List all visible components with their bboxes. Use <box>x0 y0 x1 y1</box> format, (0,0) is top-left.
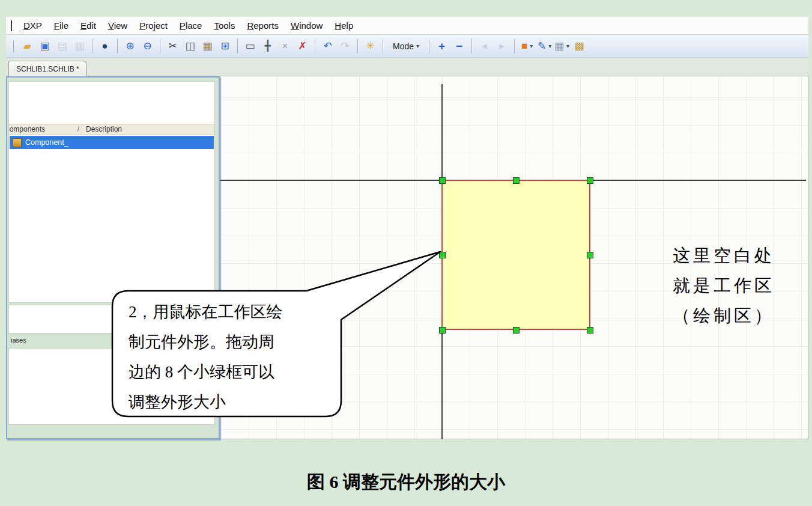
tab-strip: SCHLIB1.SCHLIB * <box>6 58 808 76</box>
toolbar: ▰▣▤▥●⊕⊖✂◫▦⊞▭╋×✗↶↷✳Mode▾+−◂▸■▾✎▾▦▾▩ <box>6 35 808 58</box>
help-advisor-glyph: ✳ <box>366 40 374 52</box>
redo-icon[interactable]: ↷ <box>337 38 353 54</box>
toolbar-separator <box>237 39 238 53</box>
mode-button[interactable]: Mode▾ <box>388 40 424 53</box>
menu-file[interactable]: File <box>49 19 74 32</box>
component-icon <box>13 138 22 147</box>
menubar-grip[interactable] <box>11 20 12 31</box>
remove-part-icon[interactable]: − <box>451 38 467 54</box>
model-tools-icon[interactable]: ■▾ <box>519 38 535 54</box>
ieee-symbols-icon[interactable]: ▦▾ <box>554 38 570 54</box>
browse-library-icon[interactable]: ● <box>97 38 113 54</box>
redo-glyph: ↷ <box>341 40 349 52</box>
menu-dxp[interactable]: DXP <box>18 19 47 32</box>
toolbar-grip[interactable] <box>11 40 14 52</box>
toolbar-separator <box>514 39 515 53</box>
remove-part-glyph: − <box>456 40 462 53</box>
toolbar-separator <box>471 39 472 53</box>
dropdown-arrow-icon: ▾ <box>530 43 533 49</box>
callout-text: 2，用鼠标在工作区绘 制元件外形。拖动周 边的 8 个小绿框可以 调整外形大小 <box>129 297 333 417</box>
resize-handle-e[interactable] <box>587 252 593 258</box>
page: DXPFileEditViewProjectPlaceToolsReportsW… <box>0 0 812 506</box>
components-column-header[interactable]: Components / <box>9 124 82 135</box>
zoom-in-glyph: ⊕ <box>126 40 134 52</box>
toolbar-separator <box>117 39 118 53</box>
add-part-icon[interactable]: + <box>434 38 450 54</box>
component-rectangle[interactable] <box>441 180 590 330</box>
drawing-tools-icon[interactable]: ✎▾ <box>536 38 553 54</box>
zoom-out-icon[interactable]: ⊖ <box>139 38 156 54</box>
print-preview-icon[interactable]: ▥ <box>71 38 88 54</box>
menu-project[interactable]: Project <box>134 19 173 32</box>
snapshot-glyph: ▩ <box>575 40 584 52</box>
menu-edit[interactable]: Edit <box>75 19 102 32</box>
help-advisor-icon[interactable]: ✳ <box>362 38 378 54</box>
place-pin-icon[interactable]: ╋ <box>259 38 276 54</box>
cross-probe-icon[interactable]: × <box>277 38 293 54</box>
tab-schlib1[interactable]: SCHLIB1.SCHLIB * <box>8 61 87 77</box>
copy-icon[interactable]: ◫ <box>182 38 198 54</box>
panel-section-label: iases <box>11 337 26 344</box>
ieee-symbols-glyph: ▦ <box>554 40 564 52</box>
toolbar-separator <box>429 39 429 53</box>
dropdown-arrow-icon: ▾ <box>566 43 569 49</box>
component-row-selected[interactable]: Component_ <box>10 136 214 149</box>
workspace-note: 这里空白处 就是工作区 （绘制区） <box>658 240 790 331</box>
previous-part-glyph: ◂ <box>482 40 487 52</box>
place-pin-glyph: ╋ <box>264 40 270 52</box>
copy-glyph: ◫ <box>185 40 195 52</box>
menu-window[interactable]: Window <box>285 19 328 32</box>
resize-handle-ne[interactable] <box>587 177 593 184</box>
paste-array-icon[interactable]: ⊞ <box>217 38 233 54</box>
zoom-out-glyph: ⊖ <box>143 40 151 52</box>
dropdown-arrow-icon: ▾ <box>548 43 551 49</box>
place-rectangle-glyph: ▭ <box>245 40 255 52</box>
open-icon[interactable]: ▰ <box>19 38 35 54</box>
place-rectangle-icon[interactable]: ▭ <box>242 38 258 54</box>
toolbar-separator <box>160 39 160 53</box>
paste-array-glyph: ⊞ <box>220 40 229 52</box>
open-glyph: ▰ <box>23 40 31 52</box>
delete-icon[interactable]: ✗ <box>294 38 311 54</box>
save-icon[interactable]: ▣ <box>37 38 53 54</box>
menubar-items: DXPFileEditViewProjectPlaceToolsReportsW… <box>18 19 360 32</box>
menu-view[interactable]: View <box>103 19 133 32</box>
previous-part-icon[interactable]: ◂ <box>476 38 492 54</box>
undo-glyph: ↶ <box>323 40 332 52</box>
save-glyph: ▣ <box>40 40 49 52</box>
print-preview-glyph: ▥ <box>74 40 84 52</box>
components-header-label: Components <box>9 125 45 134</box>
undo-icon[interactable]: ↶ <box>320 38 336 54</box>
description-column-header[interactable]: Description <box>82 124 214 135</box>
menu-place[interactable]: Place <box>174 19 208 32</box>
menu-help[interactable]: Help <box>329 19 359 32</box>
delete-glyph: ✗ <box>298 40 306 52</box>
toolbar-separator <box>357 39 358 53</box>
resize-handle-nw[interactable] <box>439 177 446 184</box>
mode-button-label: Mode <box>393 41 414 51</box>
paste-icon[interactable]: ▦ <box>199 38 216 54</box>
cut-icon[interactable]: ✂ <box>165 38 181 54</box>
zoom-in-icon[interactable]: ⊕ <box>122 38 138 54</box>
paste-glyph: ▦ <box>202 40 212 52</box>
snapshot-icon[interactable]: ▩ <box>571 38 587 54</box>
toolbar-separator <box>383 39 383 53</box>
browse-library-glyph: ● <box>102 40 108 52</box>
resize-handle-s[interactable] <box>513 327 520 334</box>
toolbar-separator <box>92 39 92 53</box>
next-part-icon[interactable]: ▸ <box>494 38 510 54</box>
sort-indicator-icon: / <box>77 125 79 134</box>
toolbar-separator <box>315 39 315 53</box>
menu-tools[interactable]: Tools <box>208 19 240 32</box>
next-part-glyph: ▸ <box>499 40 504 52</box>
model-tools-glyph: ■ <box>521 40 527 52</box>
resize-handle-se[interactable] <box>587 327 593 334</box>
print-icon[interactable]: ▤ <box>54 38 70 54</box>
description-header-label: Description <box>86 125 122 133</box>
toolbar-items: ▰▣▤▥●⊕⊖✂◫▦⊞▭╋×✗↶↷✳Mode▾+−◂▸■▾✎▾▦▾▩ <box>19 38 588 54</box>
tab-label: SCHLIB1.SCHLIB * <box>16 65 79 73</box>
resize-handle-n[interactable] <box>513 177 520 184</box>
menu-reports[interactable]: Reports <box>241 19 284 32</box>
print-glyph: ▤ <box>57 40 67 52</box>
drawing-tools-glyph: ✎ <box>538 40 546 52</box>
